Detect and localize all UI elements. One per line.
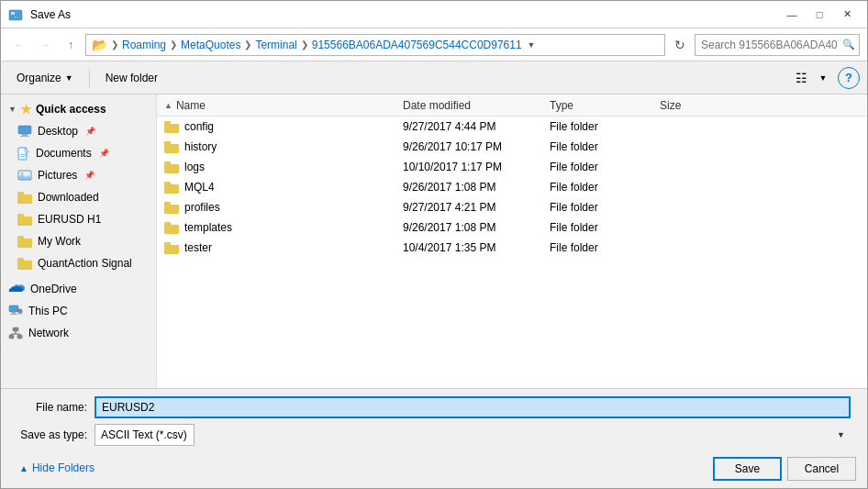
desktop-icon [17,125,32,138]
sidebar-item-label-pictures: Pictures [38,169,77,182]
up-button[interactable]: ↑ [60,34,82,56]
col-header-size[interactable]: Size [652,94,726,117]
table-row[interactable]: logs 10/10/2017 1:17 PM File folder [157,157,867,177]
quick-access-header[interactable]: ▼ ★ Quick access [1,98,156,120]
file-type-cell: File folder [542,157,652,177]
filetype-select[interactable]: ASCII Text (*.csv)CSV (*.csv)All Files (… [95,424,195,446]
toolbar: Organize ▼ New folder ☷ ▼ ? [1,61,867,94]
svg-rect-3 [22,134,28,136]
new-folder-button[interactable]: New folder [97,68,166,88]
documents-pin-icon[interactable]: 📌 [99,149,109,158]
sidebar-item-thispc[interactable]: This PC [1,300,156,322]
title-bar-left: Save As [8,7,71,22]
save-button[interactable]: Save [713,457,782,481]
sidebar-item-label-documents: Documents [36,147,92,160]
file-size-cell [652,157,726,177]
minimize-button[interactable]: — [779,6,805,24]
file-name-cell: history [157,137,395,157]
file-folder-icon [164,141,179,153]
sidebar-item-mywork[interactable]: My Work [1,230,156,252]
documents-icon [17,147,30,161]
refresh-button[interactable]: ↻ [669,34,691,56]
svg-rect-7 [20,156,26,157]
file-type-cell: File folder [542,238,652,258]
breadcrumb-terminal[interactable]: Terminal [255,39,296,51]
file-type-cell: File folder [542,197,652,217]
file-size-cell [652,117,726,137]
pictures-pin-icon[interactable]: 📌 [84,171,95,180]
table-row[interactable]: profiles 9/27/2017 4:21 PM File folder [157,197,867,217]
main-content: ▼ ★ Quick access Desktop 📌 [1,94,867,388]
file-size-cell [652,137,726,157]
sidebar-item-eurusd[interactable]: EURUSD H1 [1,208,156,230]
dialog-icon [8,7,23,22]
cancel-button[interactable]: Cancel [787,457,856,481]
file-size-cell [652,177,726,197]
col-header-name[interactable]: ▲ Name [157,94,395,117]
maximize-button[interactable]: □ [807,6,832,24]
sidebar-item-label-desktop: Desktop [38,125,78,138]
file-date-cell: 9/27/2017 4:44 PM [395,117,542,137]
view-toggle-button[interactable]: ☷ [790,67,812,89]
svg-rect-4 [20,136,29,137]
sidebar-item-label-thispc: This PC [28,305,68,317]
desktop-pin-icon[interactable]: 📌 [85,127,95,136]
eurusd-folder-icon [17,214,32,226]
sidebar-item-desktop[interactable]: Desktop 📌 [1,120,156,142]
hide-folders-button[interactable]: ▲ Hide Folders [12,458,95,474]
filetype-label: Save as type: [12,428,95,441]
breadcrumb-roaming[interactable]: Roaming [122,39,166,51]
quantaction-folder-icon [17,258,32,270]
col-header-date[interactable]: Date modified [395,94,542,117]
breadcrumb-sep2: ❯ [170,39,177,50]
save-label: Save [735,462,760,475]
address-bar: ← → ↑ 📂 ❯ Roaming ❯ MetaQuotes ❯ Termina… [1,28,867,61]
svg-rect-16 [9,335,14,339]
sidebar-item-quantaction[interactable]: QuantAction Signal [1,252,156,274]
bottom-buttons: Save Cancel [713,457,856,481]
col-date-label: Date modified [403,99,471,112]
breadcrumb-metaquotes[interactable]: MetaQuotes [181,39,240,51]
table-row[interactable]: history 9/26/2017 10:17 PM File folder [157,137,867,157]
quick-access-star-icon: ★ [20,102,32,117]
search-input[interactable] [701,39,839,51]
table-row[interactable]: tester 10/4/2017 1:35 PM File folder [157,238,867,258]
sidebar-item-label-network: Network [28,327,69,339]
back-button[interactable]: ← [8,34,30,56]
file-name-cell: MQL4 [157,177,395,197]
breadcrumb-dropdown-button[interactable]: ▼ [526,40,538,50]
table-row[interactable]: config 9/27/2017 4:44 PM File folder [157,117,867,137]
sidebar-item-documents[interactable]: Documents 📌 [1,142,156,164]
file-name: logs [184,161,205,173]
view-dropdown-button[interactable]: ▼ [812,67,834,89]
file-folder-icon [164,121,179,133]
sidebar-item-pictures[interactable]: Pictures 📌 [1,164,156,186]
svg-rect-10 [9,306,18,312]
sidebar-item-onedrive[interactable]: OneDrive [1,278,156,300]
file-size-cell [652,217,726,238]
downloaded-folder-icon [17,192,32,204]
sidebar-item-downloaded[interactable]: Downloaded [1,186,156,208]
hide-folders-arrow-icon: ▲ [19,463,28,473]
quick-access-section: ▼ ★ Quick access Desktop 📌 [1,98,156,274]
sidebar-item-label-mywork: My Work [38,235,81,248]
sidebar-item-network[interactable]: Network [1,322,156,344]
thispc-icon [8,305,23,317]
table-row[interactable]: templates 9/26/2017 1:08 PM File folder [157,217,867,238]
help-button[interactable]: ? [838,67,860,89]
forward-button[interactable]: → [34,34,56,56]
organize-button[interactable]: Organize ▼ [8,68,82,88]
file-date-cell: 10/10/2017 1:17 PM [395,157,542,177]
file-name: tester [184,241,212,254]
breadcrumb-sep1: ❯ [111,39,118,50]
filename-input[interactable] [95,396,851,418]
table-row[interactable]: MQL4 9/26/2017 1:08 PM File folder [157,177,867,197]
quick-access-arrow-icon: ▼ [8,105,17,114]
svg-rect-0 [9,10,22,20]
filetype-row: Save as type: ASCII Text (*.csv)CSV (*.c… [12,424,856,446]
file-type-cell: File folder [542,137,652,157]
breadcrumb-id[interactable]: 915566BA06ADA407569C544CC0D97611 [312,39,522,51]
close-button[interactable]: ✕ [834,6,860,24]
col-header-type[interactable]: Type [542,94,652,117]
breadcrumb: 📂 ❯ Roaming ❯ MetaQuotes ❯ Terminal ❯ 91… [85,34,665,56]
